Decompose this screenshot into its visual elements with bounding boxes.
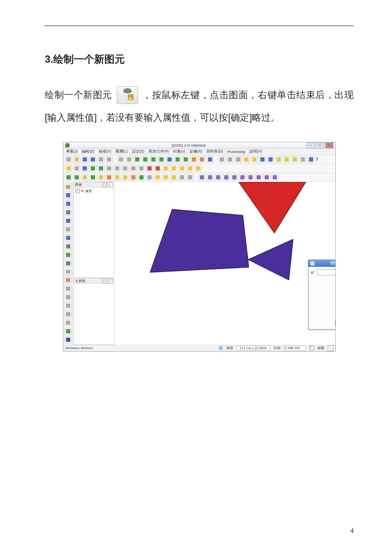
save-all-edits-icon[interactable]	[81, 165, 88, 172]
crs-button[interactable]	[328, 345, 334, 351]
tb3-f-icon[interactable]	[106, 174, 112, 181]
hide-all-icon[interactable]	[65, 328, 72, 335]
add-feature-toolbar-icon[interactable]	[89, 165, 96, 172]
delete-ring-icon[interactable]	[187, 165, 193, 172]
zoom-next-icon[interactable]	[190, 156, 197, 163]
refresh-icon[interactable]	[199, 156, 205, 163]
undo-icon[interactable]	[146, 165, 153, 172]
add-vector-icon[interactable]	[65, 184, 72, 191]
menu-edit[interactable]: 編輯(E)	[82, 149, 94, 154]
zoom-full-icon[interactable]	[158, 156, 165, 163]
tb3-p-icon[interactable]	[187, 174, 193, 181]
cut-feature-icon[interactable]	[122, 165, 129, 172]
menu-vector[interactable]: 向量(o)	[173, 149, 185, 154]
zoom-layer-icon[interactable]	[174, 156, 181, 163]
add-mssql-icon[interactable]	[65, 217, 72, 224]
simplify-icon[interactable]	[162, 165, 169, 172]
tb3-g-icon[interactable]	[114, 174, 121, 181]
delete-part-icon[interactable]	[195, 165, 202, 172]
add-part-icon[interactable]	[179, 165, 185, 172]
minimize-button[interactable]: –	[306, 142, 315, 148]
menu-processing[interactable]: Processing	[227, 150, 245, 154]
tb3-x-icon[interactable]	[255, 174, 262, 181]
tb3-r-icon[interactable]	[207, 174, 213, 181]
tb3-q-icon[interactable]	[199, 174, 205, 181]
gps-icon[interactable]	[65, 302, 72, 309]
save-project-icon[interactable]	[81, 156, 88, 163]
tb3-i-icon[interactable]	[130, 174, 137, 181]
tb3-a-icon[interactable]	[65, 174, 72, 181]
tb3-l-icon[interactable]	[154, 174, 161, 181]
menu-help[interactable]: 說明(H)	[249, 149, 262, 154]
menu-raster[interactable]: 影像(R)	[190, 149, 202, 154]
menu-view[interactable]: 檢視(V)	[99, 149, 111, 154]
panel-dock-icon[interactable]: ▢	[102, 182, 107, 187]
paste-feature-icon[interactable]	[138, 165, 145, 172]
menu-settings[interactable]: 設定(S)	[132, 149, 144, 154]
tb3-u-icon[interactable]	[231, 174, 238, 181]
tb3-d-icon[interactable]	[89, 174, 96, 181]
new-vector-icon[interactable]	[65, 269, 72, 275]
tb3-j-icon[interactable]	[138, 174, 145, 181]
panel-dock-icon[interactable]: ▢	[102, 279, 107, 283]
form-annotation-icon[interactable]	[308, 156, 314, 163]
tb3-n-icon[interactable]	[170, 174, 177, 181]
tb3-w-icon[interactable]	[247, 174, 254, 181]
print-composer-icon[interactable]	[98, 156, 104, 163]
composer-manager-icon[interactable]	[106, 156, 112, 163]
field-calc-icon[interactable]	[251, 156, 258, 163]
zoom-selection-icon[interactable]	[166, 156, 173, 163]
remove-layer-icon[interactable]	[65, 294, 72, 301]
toggle-edit-icon[interactable]	[65, 165, 72, 172]
add-spatialite-icon[interactable]	[65, 209, 72, 216]
add-oracle-icon[interactable]	[65, 226, 72, 233]
pan-icon[interactable]	[118, 156, 124, 163]
copy-feature-icon[interactable]	[130, 165, 137, 172]
tb3-s-icon[interactable]	[215, 174, 222, 181]
show-all-icon[interactable]	[65, 319, 72, 326]
layer-visibility-checkbox[interactable]	[75, 189, 80, 193]
menu-database[interactable]: 資料庫(D)	[206, 149, 223, 154]
move-feature-icon[interactable]	[98, 165, 104, 172]
tb3-h-icon[interactable]	[122, 174, 129, 181]
save-edits-icon[interactable]	[73, 165, 80, 172]
identify-icon[interactable]	[219, 156, 225, 163]
zoom-last-icon[interactable]	[182, 156, 189, 163]
deselect-icon[interactable]	[235, 156, 242, 163]
help-icon[interactable]: ?	[316, 157, 319, 162]
add-csv-icon[interactable]	[65, 260, 72, 267]
add-raster-icon[interactable]	[65, 192, 72, 199]
pan-selection-icon[interactable]	[126, 156, 133, 163]
measure-icon[interactable]	[259, 156, 266, 163]
add-wcs-icon[interactable]	[65, 243, 72, 250]
menu-project[interactable]: 專案(J)	[66, 149, 78, 154]
tb3-v-icon[interactable]	[239, 174, 246, 181]
open-table-icon[interactable]	[243, 156, 250, 163]
tb3-z-icon[interactable]	[271, 174, 278, 181]
overview-icon[interactable]	[65, 311, 72, 318]
map-tips-icon[interactable]	[275, 156, 282, 163]
new-spatialite-icon[interactable]	[65, 277, 72, 283]
text-annotation-icon[interactable]	[300, 156, 306, 163]
tb3-m-icon[interactable]	[162, 174, 169, 181]
ok-button[interactable]: 確定	[335, 320, 335, 327]
open-project-icon[interactable]	[73, 156, 80, 163]
add-ring-icon[interactable]	[170, 165, 177, 172]
tb3-t-icon[interactable]	[223, 174, 230, 181]
add-postgis-icon[interactable]	[65, 200, 72, 207]
zoom-out-icon[interactable]	[142, 156, 149, 163]
save-as-icon[interactable]	[89, 156, 96, 163]
tb3-c-icon[interactable]	[81, 174, 88, 181]
delete-selected-icon[interactable]	[114, 165, 121, 172]
select-icon[interactable]	[227, 156, 233, 163]
redo-icon[interactable]	[154, 165, 161, 172]
layer-row[interactable]: ✎ 練習	[75, 189, 112, 194]
tb3-k-icon[interactable]	[146, 174, 153, 181]
measure-area-icon[interactable]	[267, 156, 274, 163]
tb3-b-icon[interactable]	[73, 174, 80, 181]
render-checkbox[interactable]	[309, 346, 314, 350]
zoom-native-icon[interactable]	[150, 156, 157, 163]
maximize-button[interactable]: □	[316, 142, 324, 148]
tb3-o-icon[interactable]	[179, 174, 185, 181]
scale-input[interactable]	[284, 346, 306, 351]
